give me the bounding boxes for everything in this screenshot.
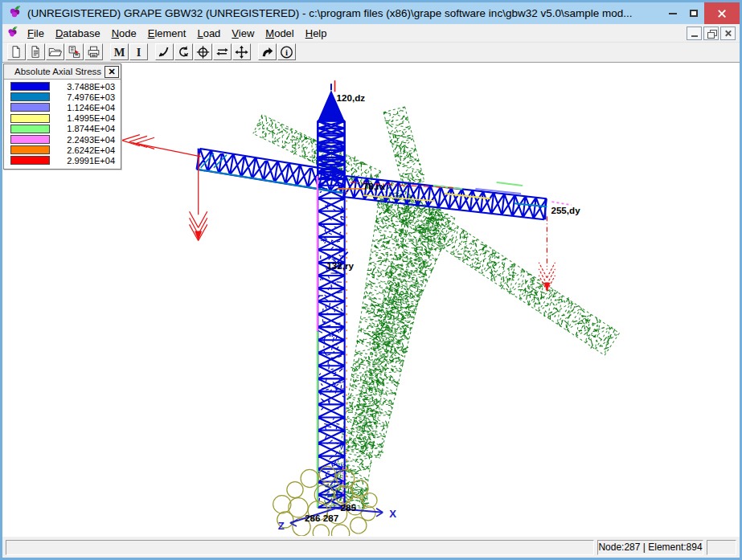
menu-item-file[interactable]: File (22, 25, 50, 42)
mdi-restore-icon (707, 30, 715, 37)
info-button[interactable]: i (277, 43, 296, 60)
mdi-window-controls (687, 27, 737, 40)
legend-row: 2.9991E+04 (4, 155, 121, 166)
legend-row: 1.8744E+04 (4, 124, 121, 134)
legend-row: 3.7488E+03 (4, 81, 121, 92)
menu-item-model[interactable]: Model (260, 25, 299, 42)
rotate-view-button[interactable] (155, 43, 174, 60)
status-node-element: Node:287 | Element:894 (597, 540, 703, 555)
open-folder-button[interactable] (46, 43, 64, 60)
model-label: 285 (341, 502, 357, 513)
new-document-button[interactable] (7, 43, 26, 60)
menu-item-element[interactable]: Element (142, 25, 192, 42)
menu-item-database[interactable]: Database (50, 25, 106, 42)
model-canvas: XZ120,dz78,rx132,ry255,dy285286 287 Abso… (2, 63, 740, 536)
pan-all-button[interactable] (232, 43, 251, 60)
legend-swatch-4 (10, 125, 50, 133)
legend-swatch-7 (10, 156, 50, 165)
new-document-icon (8, 44, 25, 59)
section-i-button[interactable]: I (129, 43, 148, 60)
legend-value: 3.7488E+03 (50, 82, 115, 92)
legend-title: Absolute Axial Stress (14, 67, 101, 76)
close-icon (717, 9, 727, 18)
status-extra-panel (707, 540, 736, 555)
axis-label-z: Z (278, 520, 285, 532)
legend-row: 2.6242E+04 (4, 145, 121, 155)
legend-swatch-0 (10, 82, 50, 91)
mdi-child-grape-icon[interactable] (6, 26, 18, 41)
section-i-icon: I (130, 44, 147, 59)
legend-header[interactable]: Absolute Axial Stress ✕ (4, 64, 121, 80)
toolbar-separator (104, 51, 109, 52)
close-button[interactable] (704, 2, 740, 24)
title-bar: (UNREGISTERED) GRAPE GBW32 (UNREGISTERED… (2, 2, 740, 24)
legend-value: 2.2493E+04 (50, 135, 115, 145)
mdi-restore-button[interactable] (703, 27, 719, 40)
menu-item-load[interactable]: Load (191, 25, 226, 42)
menu-item-node[interactable]: Node (106, 25, 142, 42)
model-label: 255,dy (551, 205, 580, 215)
legend-swatch-2 (10, 103, 50, 112)
legend-row: 7.4976E+03 (4, 92, 121, 102)
legend-swatch-3 (10, 114, 50, 123)
redo-curve-icon (259, 44, 276, 59)
toolbar-separator (149, 51, 154, 52)
rotate-cycle-button[interactable] (174, 43, 193, 60)
info-icon: i (278, 44, 295, 59)
legend-body: 3.7488E+037.4976E+031.1246E+041.4995E+04… (4, 80, 121, 169)
legend-swatch-1 (10, 92, 50, 101)
redo-curve-button[interactable] (258, 43, 277, 60)
svg-text:I: I (137, 46, 141, 59)
menu-item-help[interactable]: Help (300, 25, 333, 42)
material-m-button[interactable]: M (110, 43, 129, 60)
legend-value: 7.4976E+03 (50, 92, 115, 102)
app-grape-icon (8, 5, 22, 22)
rotate-cycle-icon (175, 44, 192, 59)
legend-close-button[interactable]: ✕ (105, 66, 119, 78)
mdi-close-button[interactable] (720, 27, 736, 40)
pan-horizontal-button[interactable] (213, 43, 232, 60)
legend-swatch-5 (10, 135, 50, 144)
mdi-minimize-button[interactable] (687, 27, 702, 40)
menu-item-view[interactable]: View (226, 25, 260, 42)
zoom-center-icon (195, 44, 211, 59)
menu-bar: FileDatabaseNodeElementLoadViewModelHelp (2, 24, 740, 43)
svg-text:i: i (285, 47, 288, 57)
status-bar: Node:287 | Element:894 (2, 536, 740, 558)
legend-row: 1.1246E+04 (4, 102, 121, 112)
maximize-button[interactable] (683, 2, 704, 24)
legend-row: 1.4995E+04 (4, 113, 121, 124)
mdi-close-icon (724, 30, 732, 37)
rotate-view-icon (156, 44, 173, 59)
window-title: (UNREGISTERED) GRAPE GBW32 (UNREGISTERED… (27, 7, 657, 19)
save-export-button[interactable] (65, 43, 84, 60)
window-controls (662, 2, 740, 24)
mdi-minimize-icon (691, 35, 698, 37)
status-message-panel (6, 540, 594, 555)
legend-value: 1.4995E+04 (50, 113, 115, 123)
maximize-icon (690, 10, 698, 17)
legend-value: 2.9991E+04 (50, 156, 115, 166)
svg-text:M: M (114, 46, 125, 59)
model-label: 132,ry (326, 260, 354, 271)
material-m-icon: M (111, 44, 128, 59)
model-label: 120,dz (337, 92, 366, 103)
menu-bar-items: FileDatabaseNodeElementLoadViewModelHelp (22, 25, 332, 42)
print-button[interactable] (84, 43, 103, 60)
model-label: 286 287 (305, 513, 338, 523)
pan-all-icon (233, 44, 250, 59)
zoom-center-button[interactable] (194, 43, 212, 60)
legend-panel: Absolute Axial Stress ✕ 3.7488E+037.4976… (3, 63, 121, 170)
legend-value: 2.6242E+04 (50, 145, 115, 155)
open-document-button[interactable] (27, 43, 45, 60)
minimize-icon (669, 13, 677, 14)
print-icon (85, 44, 102, 59)
model-label: 78,rx (363, 181, 386, 191)
toolbar-separator (252, 51, 257, 52)
toolbar: MIi (2, 43, 740, 63)
minimize-button[interactable] (662, 2, 683, 24)
app-window: (UNREGISTERED) GRAPE GBW32 (UNREGISTERED… (0, 0, 742, 560)
legend-value: 1.8744E+04 (50, 124, 115, 133)
legend-value: 1.1246E+04 (50, 103, 115, 112)
open-folder-icon (47, 44, 64, 59)
